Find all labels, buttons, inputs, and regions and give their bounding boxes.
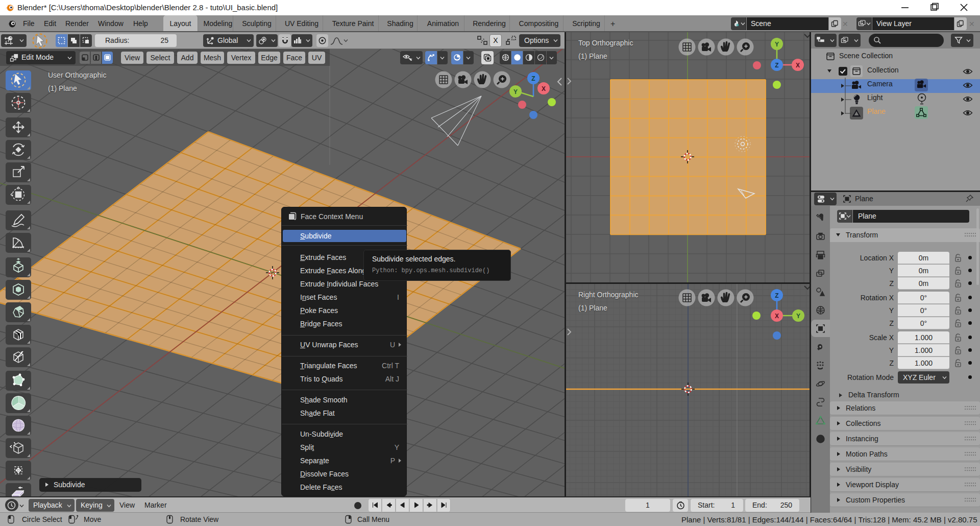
svg-text:Y: Y (775, 41, 779, 48)
svg-text:Y: Y (513, 88, 518, 95)
svg-text:Y: Y (796, 313, 800, 320)
svg-text:X: X (775, 313, 779, 320)
svg-text:Z: Z (775, 62, 778, 69)
svg-text:X: X (542, 85, 546, 92)
svg-text:Z: Z (775, 292, 778, 299)
svg-text:X: X (796, 62, 800, 69)
svg-text:Z: Z (531, 75, 535, 82)
